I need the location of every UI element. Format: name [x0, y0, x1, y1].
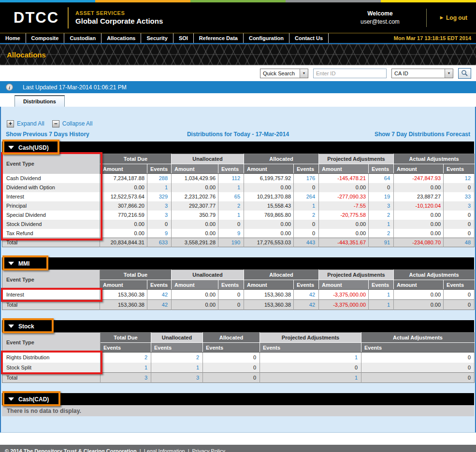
events-count[interactable]: 2: [369, 229, 394, 238]
amount-value: -277,090.33: [319, 192, 369, 201]
events-count[interactable]: 42: [147, 290, 172, 300]
title-block: ASSET SERVICES Global Corporate Actions: [75, 10, 163, 25]
section-header-cash-usd[interactable]: Cash(USD): [2, 141, 474, 154]
amount-value: 0.00: [394, 183, 444, 192]
column-sub-header: Amount: [172, 164, 218, 174]
nav-item-contact-us[interactable]: Contact Us: [289, 33, 329, 43]
legal-information-link[interactable]: Legal Information: [144, 448, 185, 452]
events-count: 0: [218, 290, 244, 300]
column-group-header: Projected Adjustments: [319, 270, 394, 280]
table-row: Dividend with Option0.0010.0010.0000.000…: [2, 183, 475, 192]
expand-all-icon[interactable]: +: [7, 120, 14, 127]
logout-button[interactable]: ▶ Log out: [440, 14, 467, 21]
events-count[interactable]: 3: [147, 211, 172, 220]
events-count[interactable]: 3: [101, 373, 151, 383]
table-wrap-cash-usd: Event TypeTotal DueUnallocatedAllocatedP…: [2, 154, 474, 247]
events-count[interactable]: 9: [218, 229, 244, 238]
nav-item-configuration[interactable]: Configuration: [244, 33, 289, 43]
events-count[interactable]: 19: [369, 192, 394, 201]
events-count[interactable]: 42: [294, 300, 319, 310]
expand-all-link[interactable]: Expand All: [17, 120, 44, 127]
events-count[interactable]: 1: [294, 201, 319, 211]
show-forecast-link[interactable]: Show 7 Day Distributions Forecast: [316, 131, 470, 138]
tab-distributions[interactable]: Distributions: [14, 95, 65, 107]
events-count[interactable]: 12: [444, 174, 475, 183]
column-sub-header: Amount: [244, 164, 294, 174]
events-count[interactable]: 1: [151, 363, 203, 373]
column-group-header: Projected Adjustments: [319, 154, 394, 164]
nav-item-composite[interactable]: Composite: [26, 33, 65, 43]
events-count[interactable]: 329: [147, 192, 172, 201]
amount-value: 770,216.59: [100, 211, 147, 220]
show-previous-history-link[interactable]: Show Previous 7 Days History: [6, 131, 160, 138]
privacy-policy-link[interactable]: Privacy Policy: [192, 448, 225, 452]
section-header-stock[interactable]: Stock: [2, 320, 474, 332]
events-count[interactable]: 91: [369, 238, 394, 247]
events-count: 0: [361, 353, 475, 363]
events-count[interactable]: 2: [294, 211, 319, 220]
nav-item-allocations[interactable]: Allocations: [101, 33, 141, 43]
events-count[interactable]: 2: [369, 211, 394, 220]
quick-search-dropdown[interactable]: Quick Search ▼: [260, 69, 308, 78]
events-count[interactable]: 65: [218, 192, 244, 201]
distributions-table-mmi: Event TypeTotal DueUnallocatedAllocatedP…: [2, 269, 475, 310]
chevron-down-icon[interactable]: ▼: [300, 69, 308, 78]
events-count[interactable]: 42: [294, 290, 319, 300]
events-count[interactable]: 176: [294, 174, 319, 183]
collapse-all-icon[interactable]: −: [52, 120, 59, 127]
events-count[interactable]: 2: [101, 353, 151, 363]
ca-id-dropdown[interactable]: CA ID ▼: [391, 69, 453, 78]
events-count[interactable]: 3: [147, 201, 172, 211]
nav-item-security[interactable]: Security: [141, 33, 173, 43]
page-title: Allocations: [7, 51, 46, 59]
events-count[interactable]: 1: [369, 300, 394, 310]
events-count[interactable]: 42: [147, 300, 172, 310]
section-header-cash-cad[interactable]: Cash(CAD): [2, 393, 474, 405]
events-count[interactable]: 264: [294, 192, 319, 201]
events-count[interactable]: 33: [444, 192, 475, 201]
section-header-mmi[interactable]: MMI: [2, 257, 474, 269]
nav-item-reference-data[interactable]: Reference Data: [194, 33, 244, 43]
events-count[interactable]: 443: [294, 238, 319, 247]
events-count: 0: [444, 300, 475, 310]
events-count[interactable]: 3: [151, 373, 203, 383]
events-count[interactable]: 1: [147, 183, 172, 192]
events-count[interactable]: 633: [147, 238, 172, 247]
chevron-down-icon[interactable]: ▼: [445, 69, 453, 78]
events-count[interactable]: 2: [218, 201, 244, 211]
enter-id-input[interactable]: [313, 69, 387, 78]
column-sub-header: Events: [294, 280, 319, 290]
events-count[interactable]: 64: [369, 174, 394, 183]
column-group-header: Total Due: [101, 333, 151, 343]
nav-item-soi[interactable]: SOI: [173, 33, 194, 43]
events-count[interactable]: 3: [369, 201, 394, 211]
events-count[interactable]: 1: [260, 373, 361, 383]
events-count[interactable]: 3: [444, 201, 475, 211]
events-count[interactable]: 112: [218, 174, 244, 183]
events-count[interactable]: 1: [218, 211, 244, 220]
events-count[interactable]: 9: [147, 229, 172, 238]
user-area: Welcome user@test.com ▶ Log out: [361, 9, 467, 27]
amount-value: -145,478.21: [319, 174, 369, 183]
stripe-segment: [286, 0, 381, 2]
column-sub-header: Events: [294, 164, 319, 174]
events-count[interactable]: 1: [101, 363, 151, 373]
events-count[interactable]: 288: [147, 174, 172, 183]
distributions-today-label[interactable]: Distributions for Today - 17-Mar-2014: [160, 131, 315, 138]
events-count[interactable]: 1: [260, 353, 361, 363]
events-count[interactable]: 1: [218, 183, 244, 192]
total-label: Total: [2, 238, 100, 247]
amount-value: 17,276,553.03: [244, 238, 294, 247]
amount-value: -234,080.70: [394, 238, 444, 247]
events-count[interactable]: 1: [369, 290, 394, 300]
nav-item-home[interactable]: Home: [0, 33, 26, 43]
nav-item-custodian[interactable]: Custodian: [64, 33, 101, 43]
search-button[interactable]: [458, 68, 471, 79]
collapse-all-link[interactable]: Collapse All: [62, 120, 93, 127]
table-row: Stock Dividend0.0000.0000.0000.0010.000: [2, 220, 475, 229]
amount-value: 0.00: [394, 300, 444, 310]
events-count[interactable]: 190: [218, 238, 244, 247]
events-count[interactable]: 2: [151, 353, 203, 363]
events-count[interactable]: 48: [444, 238, 475, 247]
events-count[interactable]: 1: [369, 220, 394, 229]
